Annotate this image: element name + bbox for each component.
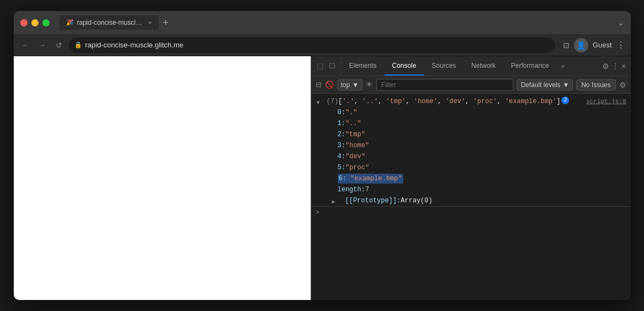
address-text: rapid-concise-muscle.glitch.me	[85, 41, 183, 49]
no-issues-button[interactable]: No Issues	[576, 79, 615, 90]
devtools-icons-group: ⬚ ☐	[311, 56, 342, 76]
prop-val-0: "."	[345, 108, 358, 117]
array-item-0: 0: "."	[311, 107, 631, 118]
profile-avatar-icon: 👤	[576, 41, 586, 50]
tab-title: rapid-concise-muscle.glitch.m...	[77, 19, 143, 26]
array-items-preview: ['.', '..', 'tmp', 'home', 'dev', 'proc'…	[338, 96, 560, 106]
source-link[interactable]: script.js:8	[586, 96, 626, 106]
tab-performance[interactable]: Performance	[504, 56, 557, 76]
profile-label: Guest	[593, 41, 612, 49]
profile-icon[interactable]: 👤	[574, 38, 588, 52]
tab-favicon: 🎉	[66, 19, 74, 26]
repeat-count-badge: 2	[561, 96, 569, 104]
array-item-5: 5: "proc"	[311, 162, 631, 173]
eager-evaluation-icon[interactable]: 👁	[366, 81, 373, 89]
array-count: (7)	[327, 96, 339, 106]
active-tab[interactable]: 🎉 rapid-concise-muscle.glitch.m... ×	[59, 15, 159, 30]
minimize-button[interactable]	[31, 19, 39, 26]
array-item-2: 2: "tmp"	[311, 129, 631, 140]
tab-console[interactable]: Console	[385, 56, 424, 76]
array-item-3: 3: "home"	[311, 140, 631, 151]
new-tab-button[interactable]: +	[163, 17, 169, 29]
prop-val-1: ".."	[345, 119, 361, 128]
prop-val-5: "proc"	[345, 163, 369, 173]
reload-button[interactable]: ↺	[52, 39, 66, 52]
sidebar-button[interactable]: ⊡	[563, 41, 570, 50]
log-levels-arrow: ▼	[562, 81, 569, 89]
window-expand-icon[interactable]: ⌄	[618, 18, 624, 27]
traffic-lights	[20, 19, 50, 26]
tab-sources[interactable]: Sources	[424, 56, 464, 76]
length-key: length:	[338, 185, 365, 195]
prop-val-3: "home"	[345, 141, 369, 151]
log-levels-label: Default levels	[521, 81, 560, 89]
console-filter-input[interactable]	[376, 79, 513, 91]
prop-key-1: 1:	[338, 119, 345, 128]
length-value: 7	[365, 185, 369, 195]
context-selector-arrow: ▼	[352, 81, 359, 89]
prop-key-2: 2:	[338, 130, 345, 140]
devtools-device-icon[interactable]: ☐	[328, 61, 337, 71]
navigation-bar: ← → ↺ 🔒 rapid-concise-muscle.glitch.me ⊡…	[14, 34, 631, 56]
more-tabs-button[interactable]: »	[556, 62, 569, 70]
prop-key-5: 5:	[338, 163, 345, 173]
devtools-settings-group: ⚙ ⋮ ×	[598, 62, 630, 71]
page-area	[14, 56, 311, 300]
prop-val-4: "dev"	[345, 152, 365, 162]
back-button[interactable]: ←	[19, 39, 33, 52]
main-content: ⬚ ☐ Elements Console Sources Network	[14, 56, 631, 300]
console-toolbar: ⊟ 🚫 top ▼ 👁 Default levels ▼ No Issues ⚙	[311, 76, 631, 94]
devtools-panel: ⬚ ☐ Elements Console Sources Network	[311, 56, 631, 300]
console-array-line: ▼ (7) ['.', '..', 'tmp', 'home', 'dev', …	[311, 96, 631, 107]
tab-close-button[interactable]: ×	[148, 19, 151, 26]
prototype-key: [[Prototype]]:	[338, 196, 401, 206]
close-button[interactable]	[20, 19, 28, 26]
array-item-6-highlighted: 6: "example.bmp"	[338, 174, 403, 184]
nav-right: ⊡ 👤 Guest ⋮	[563, 38, 625, 52]
devtools-tabs: Elements Console Sources Network Perform…	[342, 56, 598, 76]
console-output: ▼ (7) ['.', '..', 'tmp', 'home', 'dev', …	[311, 94, 631, 300]
console-clear-button[interactable]: 🚫	[325, 81, 334, 89]
array-length: length: 7	[311, 184, 631, 195]
devtools-toolbar: ⬚ ☐ Elements Console Sources Network	[311, 56, 631, 76]
console-input-line: >	[311, 206, 631, 219]
devtools-close-icon[interactable]: ×	[621, 62, 626, 71]
title-bar: 🎉 rapid-concise-muscle.glitch.m... × + ⌄	[14, 11, 631, 34]
array-item-6: 6: "example.bmp"	[311, 173, 631, 184]
console-sidebar-toggle[interactable]: ⊟	[316, 81, 322, 89]
array-item-1: 1: ".."	[311, 118, 631, 129]
prop-key-3: 3:	[338, 141, 345, 151]
devtools-settings-icon[interactable]: ⚙	[602, 62, 609, 71]
console-settings-icon[interactable]: ⚙	[619, 81, 626, 89]
tab-network[interactable]: Network	[464, 56, 504, 76]
maximize-button[interactable]	[42, 19, 50, 26]
forward-button[interactable]: →	[36, 39, 49, 52]
array-item-4: 4: "dev"	[311, 151, 631, 162]
prop-key-4: 4:	[338, 152, 345, 162]
address-bar[interactable]: 🔒 rapid-concise-muscle.glitch.me	[69, 37, 555, 53]
prototype-line: ▶ [[Prototype]]: Array(0)	[311, 195, 631, 206]
devtools-inspect-icon[interactable]: ⬚	[316, 61, 324, 71]
browser-window: 🎉 rapid-concise-muscle.glitch.m... × + ⌄…	[14, 11, 631, 300]
prop-val-2: "tmp"	[345, 130, 365, 140]
log-levels-selector[interactable]: Default levels ▼	[517, 79, 573, 90]
context-selector-label: top	[341, 81, 350, 89]
prop-val-6: "example.bmp"	[350, 175, 402, 183]
context-selector[interactable]: top ▼	[337, 79, 363, 90]
console-entry: (7) ['.', '..', 'tmp', 'home', 'dev', 'p…	[327, 96, 626, 106]
devtools-more-icon[interactable]: ⋮	[611, 62, 619, 71]
tab-bar: 🎉 rapid-concise-muscle.glitch.m... × +	[59, 15, 613, 30]
tab-elements[interactable]: Elements	[342, 56, 385, 76]
console-prompt-icon: >	[316, 209, 320, 217]
browser-menu-button[interactable]: ⋮	[616, 40, 625, 50]
prop-key-6: 6:	[339, 175, 351, 183]
prop-key-0: 0:	[338, 108, 345, 117]
prototype-value: Array(0)	[401, 196, 432, 206]
console-input[interactable]	[323, 209, 626, 217]
lock-icon: 🔒	[74, 41, 82, 49]
